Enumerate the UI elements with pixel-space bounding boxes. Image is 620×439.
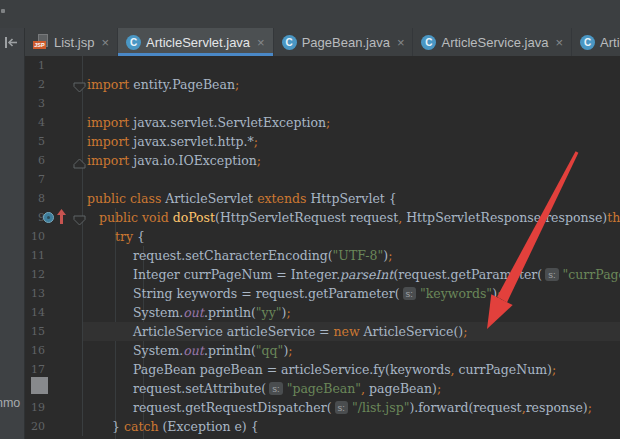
code-line[interactable]: 12Integer currPageNum = Integer.parseInt… bbox=[25, 265, 620, 284]
code-line[interactable]: 5import javax.servlet.http.*; bbox=[25, 132, 620, 151]
jsp-file-icon: JSP bbox=[33, 34, 49, 50]
code-token: void bbox=[142, 210, 169, 225]
unknown-gray-marker bbox=[31, 377, 48, 394]
code-token: ; bbox=[286, 305, 290, 320]
tab-articleservice-java[interactable]: CArticleService.java× bbox=[413, 28, 572, 56]
code-token: "qq" bbox=[256, 343, 284, 358]
code-token: response) bbox=[526, 400, 588, 415]
code-token: public bbox=[87, 191, 126, 206]
tab-list-jsp[interactable]: JSPList.jsp× bbox=[25, 28, 118, 56]
close-icon[interactable]: × bbox=[395, 36, 405, 49]
gutter: 16 bbox=[25, 341, 83, 360]
code-text: import javax.servlet.ServletException; bbox=[83, 113, 620, 132]
line-number: 4 bbox=[28, 116, 45, 129]
code-text: System.out.println("yy"); bbox=[83, 303, 620, 322]
gutter: 9 bbox=[25, 208, 83, 227]
code-line[interactable]: 4import javax.servlet.ServletException; bbox=[25, 113, 620, 132]
override-method-icon[interactable] bbox=[57, 209, 66, 229]
tab-pagebean-java[interactable]: CPageBean.java× bbox=[274, 28, 414, 56]
code-token: "pageBean" bbox=[287, 381, 361, 396]
code-text: public class ArticleServlet extends Http… bbox=[83, 189, 620, 208]
code-line[interactable]: 16System.out.println("qq"); bbox=[25, 341, 620, 360]
param-hint: s: bbox=[545, 268, 558, 281]
code-line[interactable]: 14System.out.println("yy"); bbox=[25, 303, 620, 322]
code-token: ArticleServlet bbox=[161, 191, 257, 206]
param-hint: s: bbox=[335, 401, 348, 414]
line-number: 15 bbox=[28, 325, 45, 338]
code-text bbox=[83, 170, 620, 189]
code-line[interactable]: 18request.setAttribute(s:"pageBean", pag… bbox=[25, 379, 620, 398]
code-line[interactable]: 10try { bbox=[25, 227, 620, 246]
code-token: System. bbox=[133, 305, 183, 320]
code-line[interactable]: 6import java.io.IOException; bbox=[25, 151, 620, 170]
code-text: import entity.PageBean; bbox=[83, 75, 620, 94]
code-line[interactable]: 17PageBean pageBean = articleService.fy(… bbox=[25, 360, 620, 379]
tab-articled[interactable]: CArticleD bbox=[572, 28, 620, 56]
code-line[interactable]: 9public void doPost(HttpServletRequest r… bbox=[25, 208, 620, 227]
line-number: 2 bbox=[28, 78, 45, 91]
window-header-strip bbox=[0, 0, 620, 28]
code-line[interactable]: 20} catch (Exception e) { bbox=[25, 417, 620, 436]
param-hint: s: bbox=[269, 382, 282, 395]
gutter: 7 bbox=[25, 170, 83, 189]
code-line[interactable]: 13String keywords = request.getParameter… bbox=[25, 284, 620, 303]
gutter: 11 bbox=[25, 246, 83, 265]
code-token: import bbox=[87, 134, 129, 149]
tab-label: List.jsp bbox=[54, 35, 94, 50]
code-token: "currPageNum" bbox=[563, 267, 620, 282]
java-class-icon: C bbox=[282, 35, 297, 50]
code-text: } catch (Exception e) { bbox=[83, 417, 620, 436]
gutter: 12 bbox=[25, 265, 83, 284]
code-token: request.getRequestDispatcher( bbox=[133, 400, 332, 415]
code-line[interactable]: 11request.setCharacterEncoding("UTF-8"); bbox=[25, 246, 620, 265]
java-class-icon: C bbox=[421, 35, 436, 50]
line-number: 17 bbox=[28, 363, 45, 376]
code-line[interactable]: 1 bbox=[25, 56, 620, 75]
code-token: extends bbox=[257, 191, 306, 206]
code-text: String keywords = request.getParameter(s… bbox=[83, 284, 620, 303]
code-token: .println( bbox=[204, 305, 256, 320]
code-line[interactable]: 15ArticleService articleService = new Ar… bbox=[25, 322, 620, 341]
code-text: import java.io.IOException; bbox=[83, 151, 620, 170]
code-line[interactable]: 3 bbox=[25, 94, 620, 113]
implement-method-icon[interactable] bbox=[43, 212, 54, 223]
close-icon[interactable]: × bbox=[553, 36, 563, 49]
code-line[interactable]: 8public class ArticleServlet extends Htt… bbox=[25, 189, 620, 208]
code-line[interactable]: 2import entity.PageBean; bbox=[25, 75, 620, 94]
code-token: ).forward(request bbox=[409, 400, 521, 415]
line-number: 12 bbox=[28, 268, 45, 281]
code-text bbox=[83, 94, 620, 113]
code-token: ; bbox=[552, 362, 556, 377]
toolwindow-stripe: nmo bbox=[0, 28, 25, 439]
code-token: throws bbox=[607, 210, 620, 225]
line-number: 10 bbox=[28, 230, 45, 243]
code-token: catch bbox=[124, 419, 159, 434]
line-number: 16 bbox=[28, 344, 45, 357]
code-token: ; bbox=[437, 381, 441, 396]
collapse-left-icon[interactable] bbox=[3, 35, 19, 54]
code-token: (request.getParameter( bbox=[393, 267, 542, 282]
tab-label: ArticleD bbox=[600, 35, 620, 50]
code-token: currPageNum) bbox=[455, 362, 552, 377]
code-line[interactable]: 19request.getRequestDispatcher(s:"/list.… bbox=[25, 398, 620, 417]
close-icon[interactable]: × bbox=[99, 36, 109, 49]
code-token: javax.servlet.http.* bbox=[129, 134, 253, 149]
gutter: 1 bbox=[25, 56, 83, 75]
toolwindow-label-partial[interactable]: nmo bbox=[0, 396, 20, 410]
code-editor[interactable]: 12import entity.PageBean;34import javax.… bbox=[25, 56, 620, 439]
code-token: { bbox=[133, 229, 145, 244]
code-line[interactable]: 7 bbox=[25, 170, 620, 189]
line-number: 13 bbox=[28, 287, 45, 300]
tab-articleservlet-java[interactable]: CArticleServlet.java× bbox=[118, 28, 274, 56]
line-number: 19 bbox=[28, 401, 45, 414]
line-number: 11 bbox=[28, 249, 45, 262]
close-icon[interactable]: × bbox=[255, 36, 265, 49]
code-token: public bbox=[99, 210, 138, 225]
gutter: 2 bbox=[25, 75, 83, 94]
gutter: 8 bbox=[25, 189, 83, 208]
code-token: ; bbox=[497, 286, 501, 301]
line-number: 5 bbox=[28, 135, 45, 148]
code-text: request.setAttribute(s:"pageBean", pageB… bbox=[83, 379, 620, 398]
code-token: String keywords = request.getParameter( bbox=[133, 286, 400, 301]
gutter: 15 bbox=[25, 322, 83, 341]
